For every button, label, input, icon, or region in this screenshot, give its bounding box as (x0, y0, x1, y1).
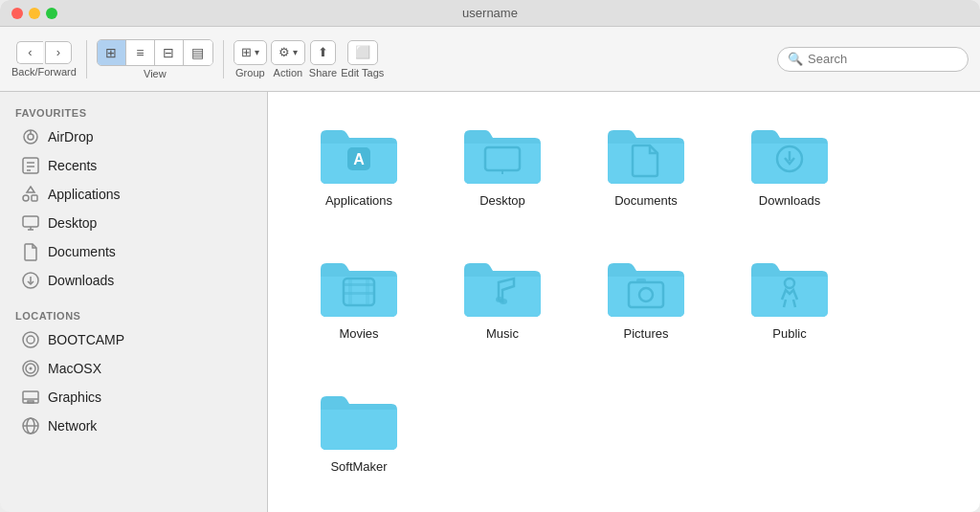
view-btn-group: ⊞ ≡ ⊟ ▤ (97, 39, 213, 66)
documents-folder-icon (608, 119, 684, 186)
applications-folder-icon: A (321, 119, 397, 186)
view-label: View (144, 68, 167, 79)
sidebar-item-label: Desktop (48, 215, 97, 231)
search-icon: 🔍 (788, 52, 803, 66)
share-group: ⬆ Share (309, 40, 337, 78)
downloads-icon (21, 271, 40, 290)
documents-icon (21, 242, 40, 261)
svg-rect-36 (366, 278, 369, 305)
macosx-icon (21, 359, 40, 378)
toolbar-separator-1 (86, 40, 87, 78)
maximize-button[interactable] (46, 8, 57, 19)
traffic-lights (11, 8, 57, 19)
file-item-public[interactable]: Public (727, 244, 852, 348)
sidebar-item-bootcamp[interactable]: BOOTCAMP (6, 325, 261, 354)
group-label: Group (235, 67, 265, 78)
file-item-downloads[interactable]: Downloads (727, 111, 852, 215)
file-item-movies[interactable]: Movies (297, 244, 421, 348)
nav-group: ‹ › Back/Forward (11, 41, 77, 78)
file-area: A Applications Desktop (268, 92, 980, 512)
sidebar-item-graphics[interactable]: Graphics (6, 383, 261, 412)
sidebar-item-label: Applications (48, 187, 121, 202)
toolbar: ‹ › Back/Forward ⊞ ≡ ⊟ ▤ View ⊞ ▾ Group … (0, 27, 980, 92)
sidebar-item-downloads[interactable]: Downloads (6, 266, 261, 295)
toolbar-separator-2 (223, 40, 224, 78)
desktop-icon (21, 213, 40, 233)
sidebar-item-network[interactable]: Network (6, 412, 261, 440)
desktop-folder-icon (464, 119, 541, 186)
svg-rect-33 (344, 283, 374, 286)
minimize-button[interactable] (29, 8, 40, 19)
sidebar-item-applications[interactable]: Applications (6, 180, 261, 209)
share-button[interactable]: ⬆ (310, 40, 336, 65)
search-input[interactable] (808, 52, 958, 66)
back-button[interactable]: ‹ (16, 41, 43, 64)
group-icon: ⊞ (241, 45, 252, 59)
sidebar: Favourites AirDrop Recents Applications … (0, 92, 268, 512)
view-icon-btn[interactable]: ⊞ (98, 40, 126, 65)
sidebar-item-label: MacOSX (48, 361, 101, 376)
sidebar-item-macosx[interactable]: MacOSX (6, 354, 261, 383)
svg-point-15 (27, 336, 34, 344)
search-bar[interactable]: 🔍 (777, 47, 969, 72)
tag-icon: ⬜ (355, 45, 370, 59)
file-label: Pictures (624, 326, 669, 341)
public-folder-icon (751, 252, 828, 319)
sidebar-item-label: BOOTCAMP (48, 332, 124, 347)
downloads-folder-icon (751, 119, 828, 186)
bootcamp-icon (21, 330, 40, 349)
movies-folder-icon (321, 252, 397, 319)
svg-rect-35 (348, 278, 352, 305)
action-button[interactable]: ⚙ ▾ (271, 40, 305, 65)
file-label: Applications (325, 193, 392, 208)
sidebar-item-airdrop[interactable]: AirDrop (6, 122, 261, 151)
gear-icon: ⚙ (278, 45, 290, 59)
file-label: Public (772, 326, 806, 341)
sidebar-item-label: Downloads (48, 273, 114, 288)
graphics-icon (21, 388, 40, 407)
svg-rect-41 (636, 278, 646, 283)
group-group: ⊞ ▾ Group (234, 40, 267, 78)
svg-rect-8 (32, 195, 37, 201)
svg-rect-34 (344, 292, 374, 295)
music-folder-icon (464, 252, 541, 319)
sidebar-item-label: Recents (48, 158, 97, 173)
sidebar-item-recents[interactable]: Recents (6, 151, 261, 180)
sidebar-item-label: Documents (48, 244, 116, 259)
view-cover-btn[interactable]: ▤ (184, 40, 212, 65)
recents-icon (21, 156, 40, 175)
locations-header: Locations (0, 304, 267, 325)
sidebar-item-label: Network (48, 418, 97, 434)
forward-button[interactable]: › (45, 41, 72, 64)
share-icon: ⬆ (318, 45, 328, 59)
svg-marker-6 (27, 187, 34, 192)
file-label: Downloads (759, 193, 820, 208)
sidebar-item-documents[interactable]: Documents (6, 237, 261, 266)
file-label: Desktop (479, 193, 525, 208)
view-column-btn[interactable]: ⊟ (155, 40, 184, 65)
edit-tags-button[interactable]: ⬜ (347, 40, 378, 65)
softmaker-folder-icon (321, 385, 397, 452)
group-button[interactable]: ⊞ ▾ (234, 40, 267, 65)
close-button[interactable] (11, 8, 23, 19)
file-item-softmaker[interactable]: SoftMaker (297, 377, 421, 481)
file-item-desktop[interactable]: Desktop (440, 111, 565, 215)
file-item-music[interactable]: Music (440, 244, 565, 348)
action-arrow-icon: ▾ (293, 47, 298, 57)
svg-point-7 (23, 195, 29, 201)
file-item-documents[interactable]: Documents (584, 111, 708, 215)
svg-point-18 (30, 367, 33, 370)
view-list-btn[interactable]: ≡ (126, 40, 155, 65)
share-label: Share (309, 67, 337, 78)
file-label: Music (486, 326, 519, 341)
nav-label: Back/Forward (11, 66, 77, 78)
svg-point-14 (23, 332, 38, 347)
file-grid: A Applications Desktop (297, 111, 951, 481)
file-label: SoftMaker (330, 459, 387, 474)
sidebar-item-desktop[interactable]: Desktop (6, 209, 261, 237)
file-item-pictures[interactable]: Pictures (584, 244, 708, 348)
sidebar-item-label: AirDrop (48, 129, 93, 145)
favourites-header: Favourites (0, 101, 267, 122)
window-title: username (462, 6, 518, 20)
file-item-applications[interactable]: A Applications (297, 111, 421, 215)
